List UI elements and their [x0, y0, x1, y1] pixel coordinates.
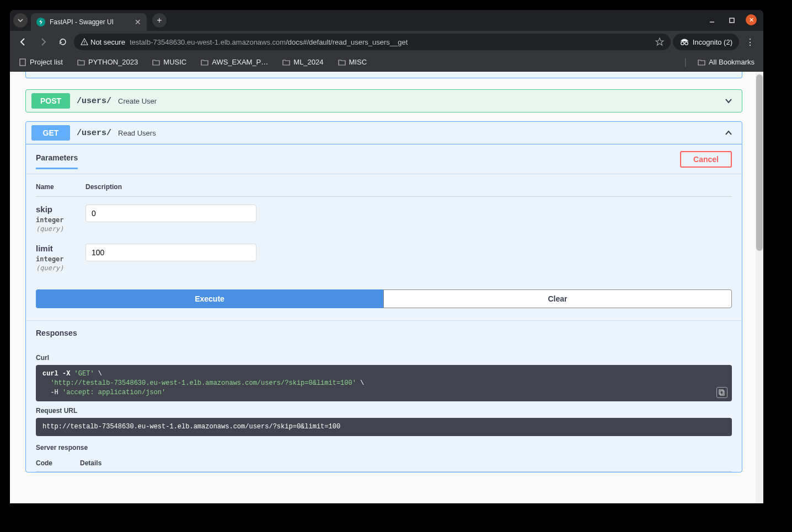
scrollbar-thumb[interactable]: [756, 74, 763, 251]
not-secure-label: Not secure: [90, 38, 125, 46]
method-badge-post: POST: [31, 93, 70, 109]
address-bar: Not secure testalb-73548630.eu-west-1.el…: [10, 31, 763, 53]
tab-close-icon[interactable]: ✕: [135, 18, 141, 26]
opblock-post-users: POST /users/ Create User: [25, 89, 742, 112]
all-bookmarks-button[interactable]: All Bookmarks: [694, 56, 758, 68]
folder-icon: [698, 58, 705, 66]
execute-row: Execute Clear: [26, 280, 742, 320]
responses-header: Responses: [36, 329, 732, 337]
chevron-down-icon[interactable]: [724, 96, 736, 105]
bookmark-python-2023[interactable]: PYTHON_2023: [74, 56, 141, 68]
folder-icon: [152, 58, 160, 66]
opblock-summary[interactable]: POST /users/ Create User: [26, 90, 742, 112]
divider: |: [684, 57, 687, 67]
bookmark-music[interactable]: MUSIC: [149, 56, 190, 68]
incognito-label: Incognito (2): [693, 38, 732, 46]
bookmark-star-icon[interactable]: [655, 37, 664, 46]
svg-rect-9: [719, 390, 723, 394]
tab-bar: FastAPI - Swagger UI ✕ + ✕: [10, 10, 763, 31]
browser-menu-icon[interactable]: ⋮: [741, 37, 759, 47]
opblock-get-users: GET /users/ Read Users Parameters Cancel: [25, 121, 742, 472]
new-tab-button[interactable]: +: [152, 13, 167, 28]
bookmark-project-list[interactable]: Project list: [15, 56, 66, 68]
close-window-button[interactable]: ✕: [746, 14, 757, 25]
header-description: Description: [85, 183, 122, 191]
response-table-header: Code Details: [36, 455, 732, 472]
limit-input[interactable]: [85, 244, 256, 261]
maximize-button[interactable]: [726, 14, 738, 26]
request-url-codebox: http://testalb-73548630.eu-west-1.elb.am…: [36, 418, 732, 436]
opblock-body: Parameters Cancel Name Description skip: [26, 144, 742, 472]
svg-point-4: [681, 42, 683, 45]
responses-section: Responses Curl curl -X 'GET' \ 'http://t…: [26, 320, 742, 472]
param-in: (query): [36, 264, 85, 272]
bookmark-aws-exam[interactable]: AWS_EXAM_P…: [197, 56, 271, 68]
fastapi-favicon: [36, 18, 45, 26]
server-response-label: Server response: [36, 444, 732, 452]
execute-button[interactable]: Execute: [36, 289, 383, 308]
folder-icon: [201, 58, 208, 66]
svg-point-3: [84, 44, 84, 44]
window-controls: ✕: [706, 14, 760, 26]
folder-icon: [282, 58, 290, 66]
svg-rect-8: [720, 391, 724, 395]
opblock-summary[interactable]: GET /users/ Read Users: [26, 122, 742, 144]
scrollbar-track[interactable]: [756, 72, 763, 503]
table-header: Name Description: [36, 183, 732, 197]
bookmark-misc[interactable]: MISC: [335, 56, 371, 68]
folder-icon: [77, 58, 85, 66]
incognito-indicator[interactable]: Incognito (2): [673, 34, 739, 50]
curl-label: Curl: [36, 354, 732, 362]
clear-button[interactable]: Clear: [383, 289, 732, 308]
header-code: Code: [36, 459, 80, 467]
method-badge-get: GET: [31, 125, 70, 141]
endpoint-summary: Read Users: [118, 129, 156, 137]
curl-codebox: curl -X 'GET' \ 'http://testalb-73548630…: [36, 365, 732, 401]
incognito-icon: [679, 38, 689, 46]
not-secure-badge[interactable]: Not secure: [81, 38, 125, 46]
page-icon: [19, 58, 26, 66]
tab-search-dropdown[interactable]: [13, 13, 28, 28]
skip-input[interactable]: [85, 205, 256, 222]
bookmarks-bar: Project list PYTHON_2023 MUSIC AWS_EXAM_…: [10, 53, 763, 72]
parameters-table: Name Description skip integer (query): [26, 174, 742, 280]
header-name: Name: [36, 183, 85, 191]
parameters-tab[interactable]: Parameters: [36, 149, 78, 169]
endpoint-path: /users/: [77, 128, 111, 138]
request-url-label: Request URL: [36, 407, 732, 415]
url-host: testalb-73548630.eu-west-1.elb.amazonaws…: [130, 38, 408, 46]
endpoint-path: /users/: [77, 96, 111, 106]
param-name: limit: [36, 244, 85, 253]
omnibox[interactable]: Not secure testalb-73548630.eu-west-1.el…: [74, 34, 671, 50]
svg-point-5: [685, 42, 688, 45]
warning-icon: [81, 38, 88, 46]
reload-button[interactable]: [54, 33, 72, 51]
parameters-tab-header: Parameters Cancel: [26, 144, 742, 174]
back-button[interactable]: [14, 33, 32, 51]
param-row-skip: skip integer (query): [36, 197, 732, 236]
bookmark-ml-2024[interactable]: ML_2024: [279, 56, 327, 68]
minimize-button[interactable]: [706, 14, 718, 26]
page-viewport: POST /users/ Create User GET /users/ Rea…: [10, 72, 763, 503]
chevron-up-icon[interactable]: [724, 128, 736, 137]
endpoint-summary: Create User: [118, 97, 157, 105]
folder-icon: [338, 58, 346, 66]
opblock-get-peek: [25, 72, 742, 78]
svg-rect-1: [730, 18, 734, 23]
param-name: skip: [36, 205, 85, 214]
copy-icon[interactable]: [716, 387, 727, 398]
header-details: Details: [80, 459, 101, 467]
param-row-limit: limit integer (query): [36, 236, 732, 275]
forward-button[interactable]: [34, 33, 52, 51]
tab-title: FastAPI - Swagger UI: [50, 18, 130, 26]
cancel-button[interactable]: Cancel: [680, 151, 732, 168]
param-type: integer: [36, 216, 85, 224]
svg-rect-7: [20, 59, 25, 66]
param-type: integer: [36, 255, 85, 263]
browser-tab[interactable]: FastAPI - Swagger UI ✕: [31, 13, 147, 31]
param-in: (query): [36, 225, 85, 233]
